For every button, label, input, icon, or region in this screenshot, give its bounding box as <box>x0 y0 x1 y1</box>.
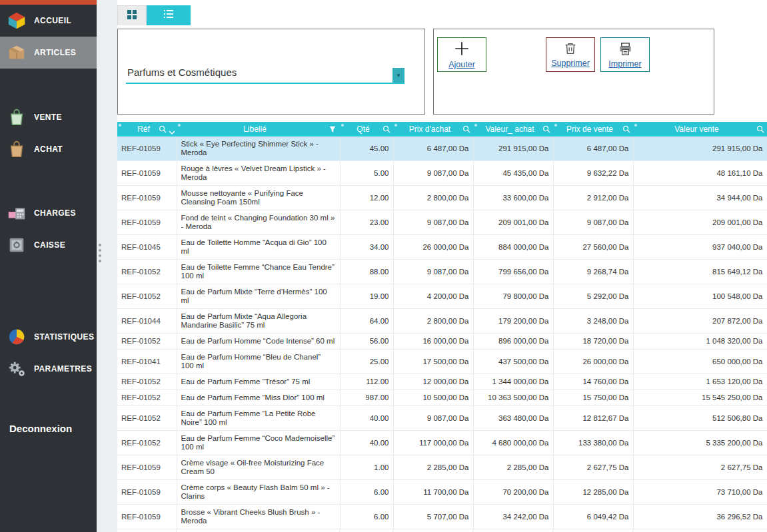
cell-qte[interactable]: 25.00 <box>340 350 393 374</box>
table-row[interactable]: REF-01059Crème visage « Oil-free Moistur… <box>117 455 767 480</box>
cell-libelle[interactable]: Eau de Toilette Homme “Acqua di Gio” 100… <box>177 235 340 260</box>
cell-libelle[interactable]: Eau de Parfum Femme “Coco Mademoiselle” … <box>177 431 340 455</box>
cell-qte[interactable]: 987.00 <box>340 390 393 406</box>
cell-prix-vente[interactable]: 3 248,00 Da <box>553 309 633 334</box>
cell-libelle[interactable]: Eau de Parfum Homme “Code Intense” 60 ml <box>177 334 340 350</box>
column-header-libelle[interactable]: Libellé <box>177 122 340 136</box>
logout-button[interactable]: Deconnexion <box>0 423 97 434</box>
cell-prix-vente[interactable]: 6 487,00 Da <box>553 136 633 161</box>
cell-prix-achat[interactable]: 12 000,00 Da <box>393 374 473 390</box>
cell-valeur-vente[interactable]: 48 161,10 Da <box>633 161 767 186</box>
cell-prix-vente[interactable]: 5 292,00 Da <box>553 284 633 309</box>
cell-valeur-vente[interactable]: 207 872,00 Da <box>633 309 767 334</box>
cell-prix-achat[interactable]: 9 087,00 Da <box>393 210 473 235</box>
splitter-handle[interactable] <box>99 244 103 262</box>
cell-prix-vente[interactable]: 9 087,00 Da <box>553 210 633 235</box>
cell-valeur-achat[interactable]: 437 500,00 Da <box>473 350 553 374</box>
cell-libelle[interactable]: Eau de Toilette Femme “Chance Eau Tendre… <box>177 260 340 284</box>
add-button[interactable]: Ajouter <box>437 37 486 72</box>
search-icon[interactable] <box>462 125 470 133</box>
sidebar-item-achat[interactable]: ACHAT <box>0 133 97 165</box>
cell-prix-vente[interactable]: 2 912,00 Da <box>553 186 633 210</box>
cell-ref[interactable]: REF-01059 <box>117 136 177 161</box>
cell-valeur-vente[interactable]: 15 545 250,00 Da <box>633 390 767 406</box>
sidebar-item-vente[interactable]: VENTE <box>0 101 97 133</box>
search-icon[interactable] <box>542 125 550 133</box>
cell-libelle[interactable]: Fond de teint « Changing Foundation 30 m… <box>177 210 340 235</box>
print-button[interactable]: Imprimer <box>600 37 650 72</box>
search-icon[interactable] <box>622 125 630 133</box>
search-icon[interactable] <box>159 125 167 133</box>
table-row[interactable]: REF-01052Eau de Parfum Mixte “Terre d’He… <box>117 284 767 309</box>
cell-libelle[interactable]: Rouge à lèvres « Velvet Dream Lipstick »… <box>177 161 340 186</box>
cell-valeur-vente[interactable]: 1 048 320,00 Da <box>633 334 767 350</box>
cell-valeur-achat[interactable]: 291 915,00 Da <box>473 136 553 161</box>
cell-prix-achat[interactable]: 26 000,00 Da <box>393 235 473 260</box>
cell-valeur-vente[interactable]: 1 653 120,00 Da <box>633 374 767 390</box>
cell-valeur-achat[interactable]: 2 285,00 Da <box>473 455 553 480</box>
table-row[interactable]: REF-01052Eau de Parfum Homme “Code Inten… <box>117 334 767 350</box>
cell-prix-achat[interactable]: 9 087,00 Da <box>393 161 473 186</box>
cell-libelle[interactable]: Crème visage « Oil-free Moisturizing Fac… <box>177 455 340 480</box>
cell-valeur-vente[interactable]: 209 001,00 Da <box>633 210 767 235</box>
sidebar-item-caisse[interactable]: CAISSE <box>0 229 97 261</box>
column-header-prix-vente[interactable]: Prix de vente <box>553 122 633 136</box>
cell-prix-vente[interactable]: 18 720,00 Da <box>553 334 633 350</box>
sidebar-item-accueil[interactable]: ACCUEIL <box>0 5 97 37</box>
cell-valeur-achat[interactable]: 884 000,00 Da <box>473 235 553 260</box>
cell-libelle[interactable]: Eau de Parfum Homme “Bleu de Chanel” 100… <box>177 350 340 374</box>
cell-ref[interactable]: REF-01052 <box>117 260 177 284</box>
cell-ref[interactable]: REF-01059 <box>117 210 177 235</box>
cell-qte[interactable]: 64.00 <box>340 309 393 334</box>
table-row[interactable]: REF-01059Brosse « Vibrant Cheeks Blush B… <box>117 505 767 529</box>
cell-ref[interactable]: REF-01052 <box>117 390 177 406</box>
table-row[interactable]: REF-01059Mousse nettoyante « Purifying F… <box>117 186 767 210</box>
table-row[interactable]: REF-01052Eau de Parfum Femme “Miss Dior”… <box>117 390 767 406</box>
delete-button[interactable]: Supprimer <box>546 37 595 72</box>
cell-valeur-achat[interactable]: 209 001,00 Da <box>473 210 553 235</box>
cell-valeur-vente[interactable]: 100 548,00 Da <box>633 284 767 309</box>
cell-prix-achat[interactable]: 117 000,00 Da <box>393 431 473 455</box>
column-header-prix-achat[interactable]: Prix d'achat <box>393 122 473 136</box>
combobox-dropdown-button[interactable]: ▼ <box>392 68 404 83</box>
cell-ref[interactable]: REF-01052 <box>117 284 177 309</box>
table-row[interactable]: REF-01052Eau de Parfum Femme “Coco Madem… <box>117 431 767 455</box>
cell-valeur-achat[interactable]: 4 680 000,00 Da <box>473 431 553 455</box>
cell-qte[interactable]: 34.00 <box>340 235 393 260</box>
cell-ref[interactable]: REF-01052 <box>117 406 177 431</box>
sidebar-item-parametres[interactable]: PARAMETRES <box>0 353 97 385</box>
cell-ref[interactable]: REF-01045 <box>117 235 177 260</box>
cell-prix-vente[interactable]: 15 750,00 Da <box>553 390 633 406</box>
cell-libelle[interactable]: Mousse nettoyante « Purifying Face Clean… <box>177 186 340 210</box>
cell-prix-achat[interactable]: 2 800,00 Da <box>393 186 473 210</box>
cell-prix-vente[interactable]: 12 812,67 Da <box>553 406 633 431</box>
cell-prix-achat[interactable]: 10 500,00 Da <box>393 390 473 406</box>
sidebar-item-statistiques[interactable]: STATISTIQUES <box>0 321 97 353</box>
cell-prix-vente[interactable]: 12 285,00 Da <box>553 480 633 505</box>
cell-libelle[interactable]: Stick « Eye Perfecting Shimmer Stick » -… <box>177 136 340 161</box>
cell-valeur-achat[interactable]: 70 200,00 Da <box>473 480 553 505</box>
cell-prix-vente[interactable]: 6 049,42 Da <box>553 505 633 529</box>
cell-qte[interactable]: 40.00 <box>340 406 393 431</box>
cell-ref[interactable]: REF-01059 <box>117 186 177 210</box>
cell-prix-vente[interactable]: 14 760,00 Da <box>553 374 633 390</box>
cell-libelle[interactable]: Eau de Parfum Femme “Miss Dior” 100 ml <box>177 390 340 406</box>
sidebar-item-articles[interactable]: ARTICLES <box>0 37 97 69</box>
cell-qte[interactable]: 5.00 <box>340 161 393 186</box>
cell-valeur-vente[interactable]: 36 296,52 Da <box>633 505 767 529</box>
cell-prix-vente[interactable]: 27 560,00 Da <box>553 235 633 260</box>
cell-qte[interactable]: 1.00 <box>340 455 393 480</box>
cell-ref[interactable]: REF-01059 <box>117 161 177 186</box>
cell-ref[interactable]: REF-01041 <box>117 350 177 374</box>
table-row[interactable]: REF-01045Eau de Toilette Homme “Acqua di… <box>117 235 767 260</box>
cell-libelle[interactable]: Brosse « Vibrant Cheeks Blush Brush » - … <box>177 505 340 529</box>
cell-ref[interactable]: REF-01059 <box>117 505 177 529</box>
cell-prix-achat[interactable]: 9 087,00 Da <box>393 260 473 284</box>
sidebar-item-charges[interactable]: CHARGES <box>0 197 97 229</box>
cell-prix-vente[interactable]: 2 627,75 Da <box>553 455 633 480</box>
cell-libelle[interactable]: Eau de Parfum Femme “La Petite Robe Noir… <box>177 406 340 431</box>
cell-libelle[interactable]: Eau de Parfum Femme “Trésor” 75 ml <box>177 374 340 390</box>
cell-ref[interactable]: REF-01052 <box>117 431 177 455</box>
cell-prix-achat[interactable]: 6 487,00 Da <box>393 136 473 161</box>
cell-ref[interactable]: REF-01059 <box>117 480 177 505</box>
